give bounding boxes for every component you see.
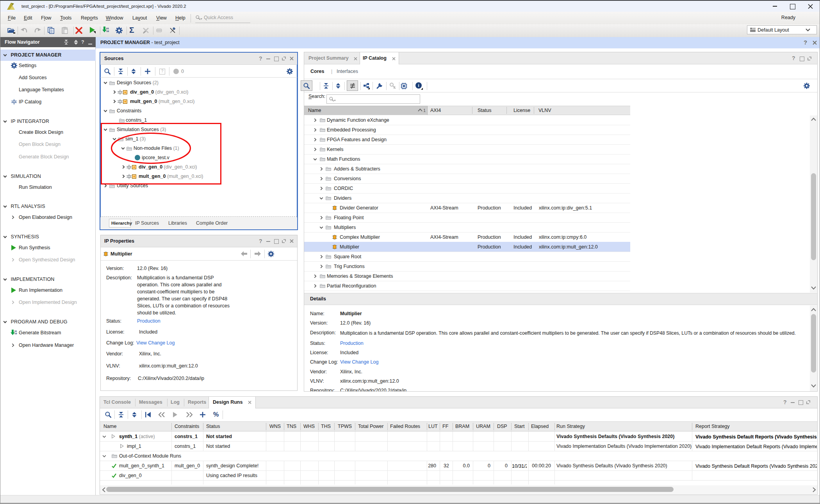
svg-text:10: 10 bbox=[14, 332, 17, 335]
svg-text:i: i bbox=[418, 83, 419, 88]
svg-text:10: 10 bbox=[106, 30, 109, 33]
svg-text:01: 01 bbox=[106, 27, 109, 30]
